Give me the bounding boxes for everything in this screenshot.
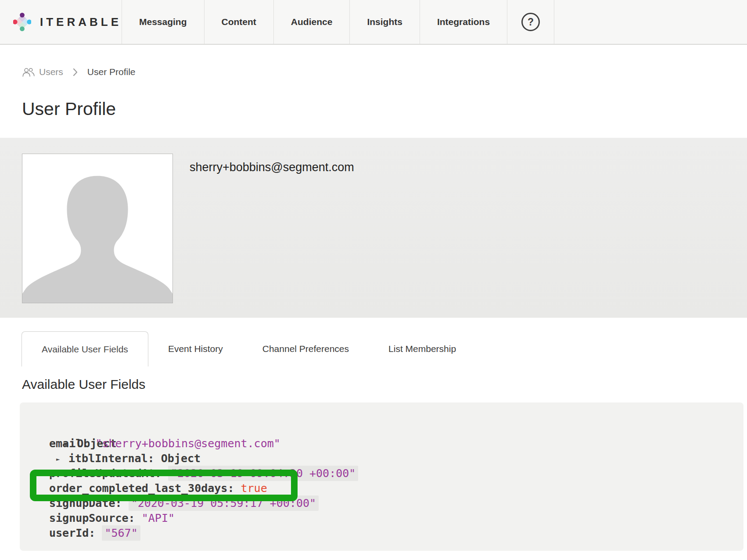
page-title: User Profile bbox=[22, 98, 747, 119]
help-button[interactable]: ? bbox=[507, 0, 554, 44]
triangle-right-icon[interactable]: ► bbox=[56, 452, 68, 467]
avatar-placeholder-icon bbox=[22, 154, 172, 303]
nav-item-integrations[interactable]: Integrations bbox=[420, 0, 507, 44]
field-value: "sherry+bobbins@segment.com" bbox=[95, 437, 280, 450]
section-heading: Available User Fields bbox=[22, 377, 747, 392]
field-row-order_completed_last_30days: order_completed_last_30days: true bbox=[20, 481, 743, 496]
nav-item-insights[interactable]: Insights bbox=[349, 0, 420, 44]
breadcrumb-current: User Profile bbox=[87, 67, 136, 77]
field-row-itblInternal[interactable]: ►itblInternal: Object bbox=[20, 451, 743, 466]
profile-hero: sherry+bobbins@segment.com bbox=[0, 138, 747, 318]
json-field-rows: email: "sherry+bobbins@segment.com"►itbl… bbox=[20, 436, 743, 541]
field-key: order_completed_last_30days: bbox=[49, 482, 234, 495]
field-row-email: email: "sherry+bobbins@segment.com" bbox=[20, 436, 743, 451]
brand-name: ITERABLE bbox=[40, 15, 122, 29]
chevron-right-icon bbox=[73, 68, 78, 76]
breadcrumb-users-label: Users bbox=[39, 67, 63, 77]
field-key: signupSource: bbox=[49, 512, 135, 524]
help-icon: ? bbox=[521, 13, 540, 31]
field-key: email: bbox=[49, 437, 89, 450]
field-value: "2020-03-19 05:59:17 +00:00" bbox=[129, 495, 319, 511]
tab-list-membership[interactable]: List Membership bbox=[369, 331, 476, 366]
profile-email: sherry+bobbins@segment.com bbox=[190, 161, 354, 318]
json-root-row[interactable]: ▼Object bbox=[20, 421, 743, 436]
field-value: Object bbox=[161, 452, 201, 465]
breadcrumb: Users User Profile bbox=[22, 66, 747, 78]
profile-tabs: Available User FieldsEvent HistoryChanne… bbox=[22, 331, 747, 366]
top-nav: ITERABLE MessagingContentAudienceInsight… bbox=[0, 0, 747, 45]
breadcrumb-users-link[interactable]: Users bbox=[22, 67, 63, 77]
field-row-signupDate: signupDate: "2020-03-19 05:59:17 +00:00" bbox=[20, 496, 743, 511]
field-row-signupSource: signupSource: "API" bbox=[20, 511, 743, 526]
field-value: "567" bbox=[102, 525, 140, 541]
field-value: true bbox=[241, 482, 267, 495]
nav-item-messaging[interactable]: Messaging bbox=[122, 0, 204, 44]
tab-channel-preferences[interactable]: Channel Preferences bbox=[243, 331, 369, 366]
nav-items: MessagingContentAudienceInsightsIntegrat… bbox=[122, 0, 507, 44]
iterable-logo-icon bbox=[13, 6, 31, 38]
field-key: signupDate: bbox=[49, 497, 122, 510]
field-value: "API" bbox=[142, 512, 175, 524]
field-row-profileUpdatedAt: profileUpdatedAt: "2020-03-19 09:04:30 +… bbox=[20, 466, 743, 481]
field-key: itblInternal: bbox=[68, 452, 154, 465]
tab-available-user-fields[interactable]: Available User Fields bbox=[22, 331, 148, 366]
avatar bbox=[22, 154, 173, 303]
field-key: userId: bbox=[49, 527, 95, 539]
brand-logo[interactable]: ITERABLE bbox=[0, 0, 122, 44]
user-fields-panel: ▼Object email: "sherry+bobbins@segment.c… bbox=[20, 402, 743, 551]
nav-item-audience[interactable]: Audience bbox=[273, 0, 350, 44]
users-icon bbox=[22, 67, 35, 77]
field-row-userId: userId: "567" bbox=[20, 526, 743, 541]
tab-event-history[interactable]: Event History bbox=[148, 331, 243, 366]
field-key: profileUpdatedAt: bbox=[49, 467, 162, 480]
field-value: "2020-03-19 09:04:30 +00:00" bbox=[168, 466, 358, 481]
nav-item-content[interactable]: Content bbox=[204, 0, 273, 44]
